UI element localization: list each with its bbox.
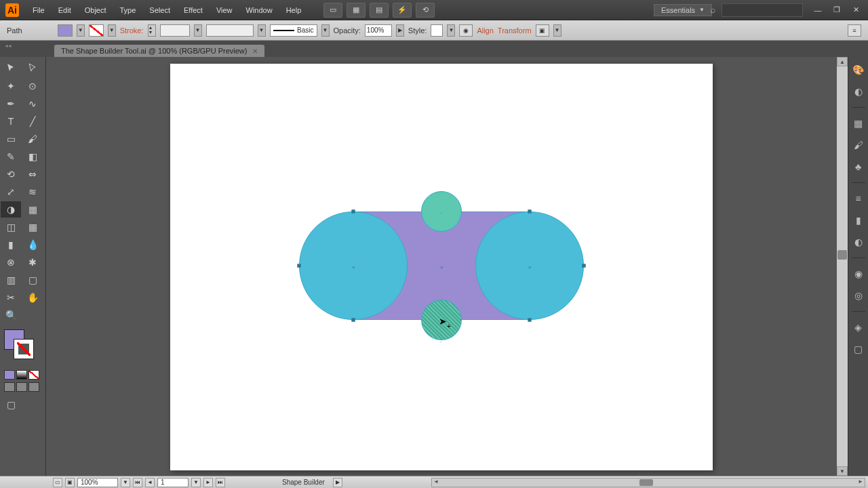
brush-definition[interactable]: Basic xyxy=(270,24,317,37)
line-tool[interactable]: ╱ xyxy=(22,113,43,129)
symbol-sprayer-tool[interactable]: ✱ xyxy=(22,254,43,270)
transform-panel-link[interactable]: Transform xyxy=(498,26,532,35)
scale-tool[interactable]: ⤢ xyxy=(1,184,21,200)
menu-file[interactable]: File xyxy=(26,0,52,20)
layout-icon-1[interactable]: ▭ xyxy=(323,3,342,18)
workspace-switcher[interactable]: Essentials ▼ xyxy=(654,4,712,16)
column-graph-tool[interactable]: ▥ xyxy=(1,272,21,288)
gradient-mode-icon[interactable] xyxy=(16,370,27,380)
zoom-level-input[interactable]: 100% xyxy=(77,478,118,487)
magic-wand-tool[interactable]: ✦ xyxy=(1,78,21,94)
artboards-panel-icon[interactable]: ▢ xyxy=(851,342,866,357)
menu-window[interactable]: Window xyxy=(239,0,279,20)
paintbrush-tool[interactable]: 🖌 xyxy=(22,131,43,147)
menu-type[interactable]: Type xyxy=(113,0,143,20)
close-button[interactable]: ✕ xyxy=(849,5,863,16)
next-artboard-icon[interactable]: ► xyxy=(203,478,213,487)
width-tool[interactable]: ≋ xyxy=(22,184,43,200)
pen-tool[interactable]: ✒ xyxy=(1,96,21,112)
opacity-dd[interactable]: ▶ xyxy=(396,24,404,37)
opacity-label[interactable]: Opacity: xyxy=(334,26,361,35)
style-dd[interactable]: ▼ xyxy=(447,24,455,37)
perspective-tool[interactable]: ◫ xyxy=(1,219,21,235)
stroke-dropdown[interactable]: ▼ xyxy=(108,24,116,37)
color-guide-panel-icon[interactable]: ◐ xyxy=(851,84,866,99)
anchor-point[interactable] xyxy=(352,210,355,214)
artboard-number-input[interactable]: 1 xyxy=(157,478,189,487)
fill-stroke-swatches[interactable] xyxy=(3,329,43,363)
color-panel-icon[interactable]: 🎨 xyxy=(851,62,866,77)
symbols-panel-icon[interactable]: ♣ xyxy=(851,159,866,174)
opacity-input[interactable]: 100% xyxy=(365,24,392,37)
gpu-icon[interactable]: ⚡ xyxy=(393,3,412,18)
scroll-up-icon[interactable]: ▲ xyxy=(837,57,848,66)
eyedropper-tool[interactable]: 💧 xyxy=(22,237,43,253)
anchor-point[interactable] xyxy=(352,319,355,322)
eraser-tool[interactable]: ◧ xyxy=(22,148,43,165)
gradient-panel-icon[interactable]: ▮ xyxy=(851,213,866,228)
layout-icon-2[interactable]: ▦ xyxy=(347,3,366,18)
menu-effect[interactable]: Effect xyxy=(177,0,210,20)
document-tab[interactable]: The Shape Builder Tool.ai @ 100% (RGB/GP… xyxy=(54,45,264,57)
blend-tool[interactable]: ⊗ xyxy=(1,254,21,270)
panel-menu-icon[interactable]: ≡ xyxy=(848,24,861,37)
first-artboard-icon[interactable]: ⏮ xyxy=(133,478,142,487)
selection-tool[interactable] xyxy=(1,60,21,77)
minimize-button[interactable]: — xyxy=(811,5,825,16)
scroll-thumb[interactable] xyxy=(837,250,847,260)
layers-panel-icon[interactable]: ◈ xyxy=(851,320,866,335)
menu-view[interactable]: View xyxy=(210,0,239,20)
maximize-button[interactable]: ❐ xyxy=(830,5,844,16)
swatches-panel-icon[interactable]: ▦ xyxy=(851,116,866,131)
fill-color-swatch[interactable] xyxy=(58,24,73,37)
recolor-icon[interactable]: ◉ xyxy=(459,24,473,37)
menu-edit[interactable]: Edit xyxy=(52,0,78,20)
graphic-styles-panel-icon[interactable]: ◎ xyxy=(851,288,866,303)
zoom-dd-icon[interactable]: ▼ xyxy=(121,478,130,487)
vertical-scrollbar[interactable]: ▲ ▼ xyxy=(837,57,848,476)
draw-normal-icon[interactable] xyxy=(4,382,15,392)
artboard-dd-icon[interactable]: ▼ xyxy=(191,478,201,487)
zoom-out-icon[interactable]: ▭ xyxy=(53,478,62,487)
hand-tool[interactable]: ✋ xyxy=(22,289,43,306)
shape-builder-tool[interactable]: ◑ xyxy=(1,201,21,218)
zoom-tool[interactable]: 🔍 xyxy=(1,307,21,323)
mesh-tool[interactable]: ▦ xyxy=(22,219,43,235)
curvature-tool[interactable]: ∿ xyxy=(22,96,43,112)
anchor-point[interactable] xyxy=(528,319,532,322)
color-mode-icon[interactable] xyxy=(4,370,15,380)
artboard-tool[interactable]: ▢ xyxy=(22,272,43,288)
anchor-point[interactable] xyxy=(528,210,532,214)
draw-inside-icon[interactable] xyxy=(28,382,39,392)
vwp-dd[interactable]: ▼ xyxy=(258,24,266,37)
gradient-tool[interactable]: ▮ xyxy=(1,237,21,253)
brushes-panel-icon[interactable]: 🖌 xyxy=(851,138,866,152)
fill-dropdown[interactable]: ▼ xyxy=(77,24,85,37)
appearance-panel-icon[interactable]: ◉ xyxy=(851,266,866,281)
canvas-area[interactable]: × × × · · ➤ + xyxy=(46,57,837,476)
type-tool[interactable]: T xyxy=(1,113,21,129)
isolate-icon[interactable]: ▣ xyxy=(536,24,549,37)
artboard[interactable]: × × × · · ➤ + xyxy=(170,64,713,470)
stroke-weight-input[interactable] xyxy=(160,24,190,37)
stroke-label[interactable]: Stroke: xyxy=(120,26,144,35)
search-input[interactable] xyxy=(722,3,803,17)
none-mode-icon[interactable] xyxy=(28,370,39,380)
zoom-fit-icon[interactable]: ▣ xyxy=(65,478,75,487)
prev-artboard-icon[interactable]: ◄ xyxy=(145,478,155,487)
stroke-weight-stepper[interactable]: ▲▼ xyxy=(148,24,156,37)
align-panel-link[interactable]: Align xyxy=(477,26,493,35)
anchor-point[interactable] xyxy=(583,264,586,268)
graphic-style-swatch[interactable] xyxy=(431,24,443,37)
brush-dd[interactable]: ▼ xyxy=(321,24,330,37)
hscroll-thumb[interactable] xyxy=(639,479,653,486)
transparency-panel-icon[interactable]: ◐ xyxy=(851,235,866,249)
menu-select[interactable]: Select xyxy=(142,0,177,20)
direct-selection-tool[interactable] xyxy=(22,60,43,77)
stroke-color-swatch[interactable] xyxy=(89,24,104,37)
lasso-tool[interactable]: ⊙ xyxy=(22,78,43,94)
last-artboard-icon[interactable]: ⏭ xyxy=(216,478,225,487)
reflect-tool[interactable]: ⇔ xyxy=(22,166,43,182)
variable-width-profile[interactable] xyxy=(206,24,254,37)
close-tab-icon[interactable]: ✕ xyxy=(252,47,258,55)
